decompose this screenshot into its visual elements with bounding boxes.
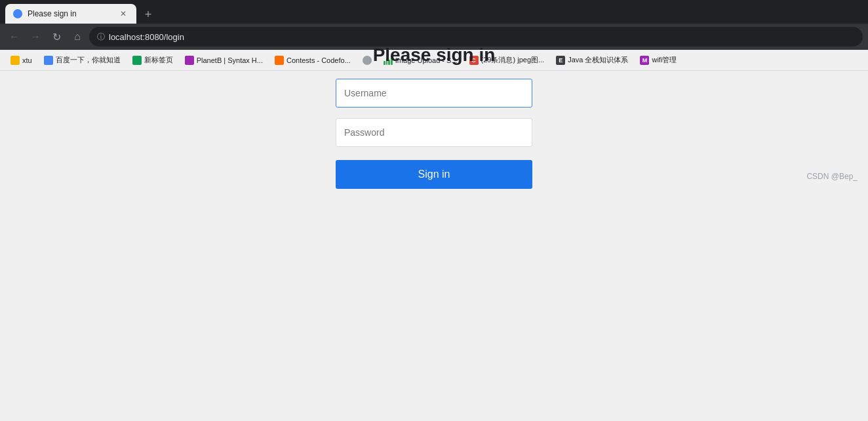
bookmark-favicon-java: E <box>556 56 565 65</box>
active-tab[interactable]: Please sign in ✕ <box>5 4 136 24</box>
tab-favicon-icon <box>13 9 22 18</box>
username-input[interactable] <box>336 79 532 108</box>
back-button[interactable]: ← <box>5 28 24 46</box>
address-text: localhost:8080/login <box>109 32 184 42</box>
bookmark-favicon-xtu <box>10 56 20 65</box>
tab-bar: Please sign in ✕ + <box>0 0 868 24</box>
bookmark-favicon-planetb <box>185 56 194 65</box>
bookmark-favicon-baidu <box>44 56 53 65</box>
watermark: CSDN @Bep_ <box>806 172 858 181</box>
bookmark-newtab[interactable]: 新标签页 <box>127 52 178 68</box>
reload-button[interactable]: ↻ <box>47 28 66 46</box>
bookmark-wifi[interactable]: M wifi管理 <box>635 52 682 68</box>
tab-close-button[interactable]: ✕ <box>118 9 128 19</box>
bookmark-label-xtu: xtu <box>22 56 32 64</box>
bookmark-label-newtab: 新标签页 <box>144 55 173 65</box>
bookmark-label-wifi: wifi管理 <box>652 55 677 65</box>
address-bar[interactable]: ⓘ localhost:8080/login <box>89 27 863 47</box>
sign-in-button[interactable]: Sign in <box>336 160 532 189</box>
bookmark-favicon-wifi: M <box>640 56 649 65</box>
new-tab-button[interactable]: + <box>139 5 157 24</box>
page-content: Please sign in Sign in CSDN @Bep_ <box>0 71 868 189</box>
login-form: Please sign in Sign in <box>336 45 532 189</box>
forward-button[interactable]: → <box>26 28 45 46</box>
bookmark-baidu[interactable]: 百度一下，你就知道 <box>39 52 126 68</box>
home-button[interactable]: ⌂ <box>68 28 87 46</box>
bookmark-label-baidu: 百度一下，你就知道 <box>56 55 121 65</box>
address-security-icon: ⓘ <box>97 31 105 43</box>
page-title: Please sign in <box>373 45 496 66</box>
bookmark-favicon-contests <box>275 56 284 65</box>
bookmark-planetb[interactable]: PlanetB | Syntax H... <box>180 52 268 68</box>
bookmark-label-planetb: PlanetB | Syntax H... <box>197 56 263 64</box>
bookmark-label-java: Java 全栈知识体系 <box>568 55 628 65</box>
bookmark-favicon-newtab <box>132 56 142 65</box>
password-input[interactable] <box>336 118 532 147</box>
bookmark-java[interactable]: E Java 全栈知识体系 <box>551 52 633 68</box>
tab-title: Please sign in <box>28 9 113 18</box>
bookmark-xtu[interactable]: xtu <box>5 52 37 68</box>
